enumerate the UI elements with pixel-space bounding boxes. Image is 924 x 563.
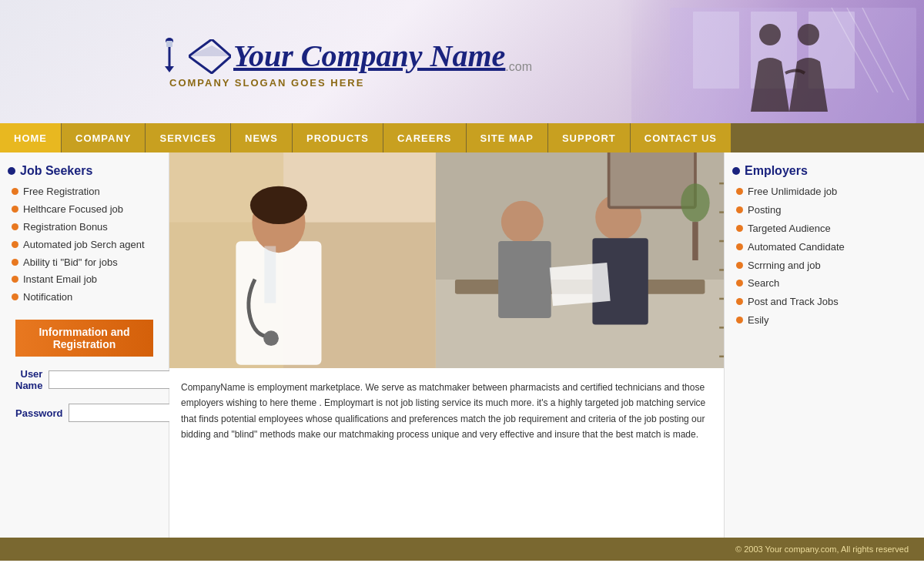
form-header: Informmation and Registration bbox=[15, 320, 153, 357]
doctor-image bbox=[169, 152, 436, 368]
svg-point-20 bbox=[250, 186, 307, 224]
username-row: User Name bbox=[15, 368, 153, 391]
list-item: Automated job Serch agent bbox=[12, 239, 161, 252]
list-item: Posting bbox=[736, 204, 916, 217]
header: Your Company Name.com COMPANY SLOGAN GOE… bbox=[0, 0, 924, 123]
bullet-icon bbox=[12, 259, 18, 266]
bullet-icon bbox=[736, 243, 743, 250]
svg-point-11 bbox=[798, 24, 819, 45]
job-seekers-list: Free Registration Helthcare Focused job … bbox=[8, 186, 161, 304]
doctor-svg bbox=[169, 152, 436, 368]
svg-rect-27 bbox=[498, 241, 551, 318]
employers-title: Employers bbox=[732, 164, 916, 178]
nav-services[interactable]: SERVICES bbox=[146, 123, 231, 152]
bullet-icon bbox=[12, 206, 18, 213]
svg-rect-7 bbox=[693, 12, 739, 89]
svg-point-26 bbox=[500, 201, 543, 243]
list-item: Targeted Audience bbox=[736, 223, 916, 236]
meeting-svg bbox=[436, 152, 724, 368]
list-item: Free Registration bbox=[12, 186, 161, 199]
username-input[interactable] bbox=[49, 370, 175, 389]
logo-row: Your Company Name.com bbox=[154, 35, 532, 74]
right-sidebar: Employers Free Unlimidade job Posting Ta… bbox=[724, 152, 924, 538]
dot-com: .com bbox=[505, 60, 532, 74]
svg-rect-30 bbox=[549, 263, 610, 306]
password-row: Password Go bbox=[15, 399, 153, 427]
form-section: Informmation and Registration User Name … bbox=[8, 320, 161, 446]
pen-icon bbox=[154, 35, 185, 74]
bullet-icon bbox=[736, 317, 743, 323]
svg-rect-3 bbox=[166, 41, 172, 47]
nav-support[interactable]: SUPPORT bbox=[548, 123, 631, 152]
nav-home[interactable]: HOME bbox=[0, 123, 62, 152]
employers-list: Free Unlimidade job Posting Targeted Aud… bbox=[732, 186, 916, 327]
bullet-icon bbox=[736, 225, 743, 232]
list-item: Scrrning and job bbox=[736, 260, 916, 273]
bullet-icon bbox=[736, 206, 743, 213]
header-right bbox=[616, 0, 924, 123]
bullet-icon bbox=[12, 241, 18, 248]
svg-point-21 bbox=[263, 330, 279, 346]
nav-news[interactable]: NEWS bbox=[231, 123, 293, 152]
navbar: HOME COMPANY SERVICES NEWS PRODUCTS CARE… bbox=[0, 123, 924, 152]
bullet-icon bbox=[736, 298, 743, 305]
bullet-icon bbox=[736, 188, 743, 195]
images-row bbox=[169, 152, 724, 368]
nav-careers[interactable]: CAREERS bbox=[383, 123, 467, 152]
svg-point-32 bbox=[681, 183, 709, 222]
logo-container: Your Company Name.com COMPANY SLOGAN GOE… bbox=[154, 35, 616, 89]
main-content: Job Seekers Free Registration Helthcare … bbox=[0, 152, 924, 538]
bullet-icon bbox=[12, 293, 18, 300]
slogan: COMPANY SLOGAN GOES HERE bbox=[169, 77, 364, 89]
list-item: Ability ti "Bid" for jobs bbox=[12, 256, 161, 270]
employers-bullet bbox=[732, 167, 740, 175]
left-sidebar: Job Seekers Free Registration Helthcare … bbox=[0, 152, 169, 538]
nav-company[interactable]: COMPANY bbox=[62, 123, 146, 152]
list-item: Automated Candidate bbox=[736, 241, 916, 254]
svg-point-10 bbox=[759, 24, 781, 45]
footer: © 2003 Your company.com, All rights rese… bbox=[0, 538, 924, 561]
bullet-icon bbox=[12, 188, 18, 195]
list-item: Registration Bonus bbox=[12, 221, 161, 234]
bullet-icon bbox=[736, 262, 743, 269]
logo-arrow-icon bbox=[189, 39, 231, 74]
job-seekers-title: Job Seekers bbox=[8, 164, 161, 178]
job-seekers-bullet bbox=[8, 167, 15, 175]
meeting-image bbox=[436, 152, 724, 368]
svg-rect-22 bbox=[264, 246, 276, 303]
nav-sitemap[interactable]: SITE MAP bbox=[467, 123, 548, 152]
nav-contact[interactable]: CONTACT US bbox=[631, 123, 732, 152]
list-item: Free Unlimidade job bbox=[736, 186, 916, 199]
description-area: CompanyName is employment marketplace. W… bbox=[169, 368, 724, 538]
silhouette-svg bbox=[631, 0, 924, 123]
list-item: Notification bbox=[12, 291, 161, 304]
description-text: CompanyName is employment marketplace. W… bbox=[181, 380, 712, 443]
list-item: Post and Track Jobs bbox=[736, 296, 916, 309]
list-item: Helthcare Focused job bbox=[12, 203, 161, 216]
bullet-icon bbox=[12, 276, 18, 283]
center-column: CompanyName is employment marketplace. W… bbox=[169, 152, 724, 538]
svg-rect-33 bbox=[692, 222, 698, 260]
list-item: Instant Email job bbox=[12, 273, 161, 287]
header-left: Your Company Name.com COMPANY SLOGAN GOE… bbox=[0, 35, 616, 89]
bullet-icon bbox=[12, 223, 18, 230]
list-item: Esily bbox=[736, 314, 916, 327]
nav-products[interactable]: PRODUCTS bbox=[293, 123, 383, 152]
list-item: Search bbox=[736, 277, 916, 290]
copyright-text: © 2003 Your company.com, All rights rese… bbox=[735, 545, 909, 554]
svg-marker-1 bbox=[165, 66, 174, 72]
password-label: Password bbox=[15, 407, 62, 419]
bullet-icon bbox=[736, 280, 743, 287]
company-name: Your Company Name bbox=[233, 38, 505, 74]
username-label: User Name bbox=[15, 368, 42, 391]
